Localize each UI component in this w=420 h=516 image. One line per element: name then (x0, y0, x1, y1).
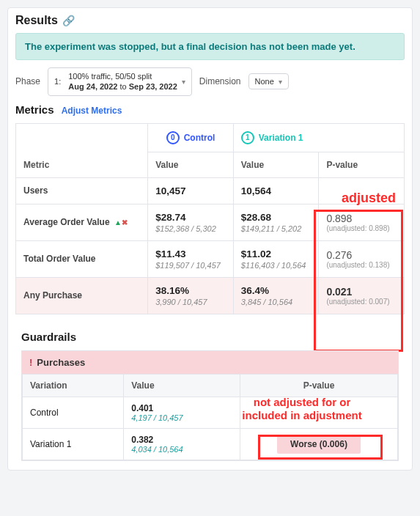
pvalue: 0.021 (326, 286, 397, 298)
phase-date-start: Aug 24, 2022 (68, 82, 117, 91)
control-value: $28.74 (155, 212, 226, 223)
table-row: Total Order Value$11.43$119,507 / 10,457… (16, 240, 405, 277)
control-badge: 0 (166, 131, 180, 144)
phase-main: 100% traffic, 50/50 split Aug 24, 2022 t… (68, 71, 177, 92)
phase-dates: Aug 24, 2022 to Sep 23, 2022 (68, 82, 177, 91)
control-value-detail: 3,990 / 10,457 (155, 298, 226, 306)
control-value-detail: $119,507 / 10,457 (155, 261, 226, 270)
results-title: Results 🔗 (15, 14, 405, 27)
guardrail-metric-header: ! Purchases (22, 351, 398, 374)
worse-badge: Worse (0.006) (277, 435, 361, 454)
status-banner: The experiment was stopped, but a final … (15, 33, 405, 60)
guard-variation-name: Variation 1 (23, 428, 124, 460)
table-row: Users10,45710,564 (16, 177, 405, 204)
guardrail-metric-name: Purchases (37, 357, 85, 368)
guard-value: 0.401 (131, 403, 232, 413)
control-value: 38.16% (155, 285, 226, 296)
guardrails-wrap-outer: ! Purchases Variation Value P-value Cont… (15, 350, 405, 461)
guard-col-value: Value (124, 374, 240, 397)
metrics-table-wrap: Metric 0 Control 1 Variation 1 (15, 123, 405, 314)
guard-variation-name: Control (23, 397, 124, 428)
warning-icon: ! (29, 357, 32, 368)
phase-num: 1: (54, 77, 61, 86)
metric-name: Average Order Value (23, 217, 110, 227)
metric-name: Users (23, 185, 48, 196)
pvalue-unadjusted: (unadjusted: 0.898) (326, 224, 397, 232)
control-value: $11.43 (155, 248, 226, 259)
table-row: Control0.4014,197 / 10,457 (23, 397, 398, 428)
dimension-value: None (255, 77, 274, 86)
results-card: Results 🔗 The experiment was stopped, bu… (7, 7, 413, 471)
phase-traffic: 100% traffic, 50/50 split (68, 72, 152, 81)
phase-label: Phase (15, 76, 40, 86)
guard-value-detail: 4,197 / 10,457 (131, 413, 232, 422)
metrics-section-title: Metrics Adjust Metrics (15, 103, 405, 116)
phase-date-mid: to (117, 82, 128, 91)
adjust-metrics-link[interactable]: Adjust Metrics (62, 106, 122, 116)
chevron-down-icon: ▾ (182, 78, 185, 86)
variation-value-detail: $149,211 / 5,202 (241, 224, 312, 233)
variation-value-detail: 3,845 / 10,564 (241, 298, 312, 306)
col-metric: Metric (16, 123, 148, 177)
table-row: Variation 10.3824,034 / 10,564Worse (0.0… (23, 428, 398, 460)
phase-select[interactable]: 1: 100% traffic, 50/50 split Aug 24, 202… (48, 67, 192, 96)
col-pvalue: P-value (319, 152, 405, 177)
variation-value: 10,564 (241, 185, 312, 196)
guardrails-title: Guardrails (21, 331, 405, 343)
results-title-text: Results (15, 14, 58, 27)
variation-group-label: Variation 1 (259, 133, 303, 143)
pvalue-unadjusted: (unadjusted: 0.138) (326, 261, 397, 269)
metrics-table: Metric 0 Control 1 Variation 1 (15, 123, 405, 314)
variation-value: 36.4% (241, 285, 312, 296)
metric-trend-icons: ▲✖ (114, 218, 128, 226)
col-variation-value: Value (233, 152, 319, 177)
guard-col-variation: Variation (23, 374, 124, 397)
variation-value: $28.68 (241, 212, 312, 223)
control-value-detail: $152,368 / 5,302 (155, 224, 226, 233)
variation-badge: 1 (241, 131, 254, 144)
controls-row: Phase 1: 100% traffic, 50/50 split Aug 2… (15, 67, 405, 96)
control-group-label: Control (184, 133, 215, 143)
guardrails-wrap: ! Purchases Variation Value P-value Cont… (21, 350, 399, 461)
guard-col-pvalue: P-value (240, 374, 397, 397)
col-group-variation: 1 Variation 1 (233, 123, 404, 152)
metrics-title-text: Metrics (15, 103, 54, 116)
metric-name: Total Order Value (23, 254, 95, 264)
guard-value: 0.382 (131, 435, 232, 445)
control-value: 10,457 (155, 185, 226, 196)
pvalue: 0.276 (326, 249, 397, 261)
variation-value: $11.02 (241, 248, 312, 259)
chevron-down-icon: ▾ (279, 78, 282, 86)
phase-date-end: Sep 23, 2022 (129, 82, 177, 91)
guard-pvalue-cell: Worse (0.006) (240, 428, 397, 460)
permalink-icon[interactable]: 🔗 (62, 15, 75, 26)
variation-value-detail: $116,403 / 10,564 (241, 261, 312, 270)
metric-name: Any Purchase (23, 290, 82, 301)
col-group-control: 0 Control (148, 123, 234, 152)
guard-pvalue-cell (240, 397, 397, 428)
pvalue-unadjusted: (unadjusted: 0.007) (326, 298, 397, 306)
dimension-label: Dimension (199, 76, 241, 86)
guard-value-detail: 4,034 / 10,564 (131, 445, 232, 454)
table-row: Any Purchase38.16%3,990 / 10,45736.4%3,8… (16, 277, 405, 314)
table-row: Average Order Value ▲✖$28.74$152,368 / 5… (16, 204, 405, 240)
guardrails-table: Variation Value P-value Control0.4014,19… (22, 374, 398, 460)
dimension-select[interactable]: None ▾ (248, 73, 289, 89)
pvalue: 0.898 (326, 213, 397, 224)
col-control-value: Value (148, 152, 234, 177)
